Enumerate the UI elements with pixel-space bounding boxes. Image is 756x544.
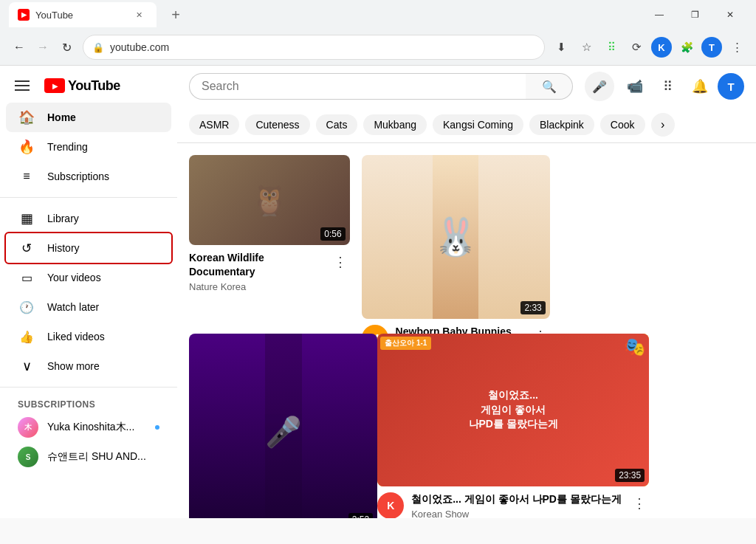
liked-videos-icon: 👍: [18, 330, 35, 344]
sidebar-item-history-label: History: [47, 242, 80, 254]
sidebar-item-liked-videos-label: Liked videos: [47, 331, 105, 342]
sidebar: YouTube 🏠 Home 🔥 Trending ≡ Subscription…: [0, 66, 177, 518]
bell-icon: 🔔: [692, 78, 708, 94]
sidebar-item-subscriptions-label: Subscriptions: [47, 171, 109, 182]
nav-buttons: ← → ↻: [9, 37, 77, 58]
chip-more-button[interactable]: ›: [651, 113, 675, 137]
video-details-korean: 철이었죠... 게임이 좋아서 나PD를 몰랐다는게 Korean Show 2…: [411, 492, 622, 518]
sidebar-item-subscriptions[interactable]: ≡ Subscriptions: [6, 162, 171, 191]
sidebar-item-trending[interactable]: 🔥 Trending: [6, 132, 171, 162]
duration-badge-korean: 23:35: [615, 469, 645, 482]
search-input[interactable]: [189, 73, 526, 100]
forward-button[interactable]: →: [32, 37, 53, 58]
video-menu-korean[interactable]: ⋮: [630, 492, 649, 518]
subscription-label-yuka: Yuka Kinoshita木...: [47, 421, 134, 434]
extensions-puzzle-icon[interactable]: 🧩: [676, 37, 697, 58]
toolbar-icons: ⬇ ☆ ⠿ ⟳ K 🧩 T ⋮: [551, 37, 747, 58]
duration-badge-partial: 0:56: [320, 227, 345, 241]
extensions-grid-icon[interactable]: ⠿: [601, 37, 622, 58]
duration-badge-kpop: 2:52: [348, 513, 373, 518]
duration-badge-bunny: 2:33: [520, 301, 545, 314]
tab-close-button[interactable]: ✕: [133, 9, 145, 21]
subscription-dot-yuka: [155, 425, 159, 430]
filter-chips-bar: ASMR Cuteness Cats Mukbang Kangsi Coming…: [177, 107, 756, 143]
close-button[interactable]: ✕: [713, 2, 747, 27]
sidebar-header: YouTube: [0, 72, 177, 100]
sidebar-item-your-videos[interactable]: ▭ Your videos: [6, 263, 171, 292]
reload-button[interactable]: ↻: [56, 37, 77, 58]
your-videos-icon: ▭: [18, 271, 35, 285]
title-bar: ▶ YouTube ✕ + — ❐ ✕: [0, 0, 756, 30]
sidebar-divider-1: [0, 197, 177, 198]
user-avatar[interactable]: T: [718, 73, 744, 100]
video-channel-korean: Korean Show: [411, 509, 622, 518]
bookmark-icon[interactable]: ☆: [576, 37, 597, 58]
mic-button[interactable]: 🎤: [585, 72, 614, 101]
sidebar-item-library[interactable]: ▦ Library: [6, 204, 171, 233]
channel-avatar-korean: K: [377, 492, 404, 518]
download-icon[interactable]: ⬇: [551, 37, 571, 58]
sidebar-divider-2: [0, 387, 177, 388]
video-title-korean: 철이었죠... 게임이 좋아서 나PD를 몰랐다는게: [411, 492, 622, 506]
video-details-partial: Korean Wildlife Documentary Nature Korea: [189, 251, 323, 292]
video-card-kpop[interactable]: 🎤 2:52 B ROSÉ - 'On The Ground' 0314 SBS…: [189, 334, 377, 518]
translate-icon[interactable]: ⟳: [626, 37, 647, 58]
history-icon: ↺: [18, 241, 35, 256]
video-menu-partial[interactable]: ⋮: [331, 251, 350, 292]
subscriptions-section-title: SUBSCRIPTIONS: [0, 393, 177, 413]
profile-T-icon[interactable]: T: [701, 37, 722, 58]
main-content-area: 🔍 🎤 📹 ⠿ 🔔 T ASMR Cutenes: [177, 66, 756, 518]
hamburger-menu-button[interactable]: [12, 78, 32, 94]
video-card-korean[interactable]: 출산오아 1-1 철이었죠...게임이 좋아서나PD를 몰랐다는게 🎭 23:3…: [377, 334, 649, 518]
subscription-avatar-shu: S: [18, 447, 38, 467]
search-button[interactable]: 🔍: [526, 73, 573, 100]
trending-icon: 🔥: [18, 139, 35, 155]
chip-mukbang[interactable]: Mukbang: [363, 114, 427, 135]
subscriptions-icon: ≡: [18, 170, 35, 183]
youtube-header: 🔍 🎤 📹 ⠿ 🔔 T: [177, 66, 756, 107]
chip-blackpink[interactable]: Blackpink: [529, 114, 594, 135]
chip-cook[interactable]: Cook: [600, 114, 645, 135]
create-video-button[interactable]: 📹: [620, 72, 650, 101]
minimize-button[interactable]: —: [642, 2, 676, 27]
sidebar-item-show-more[interactable]: ∨ Show more: [6, 351, 171, 381]
tab-favicon: ▶: [18, 9, 30, 21]
youtube-logo-icon: [44, 78, 65, 93]
sidebar-item-watch-later-label: Watch later: [47, 301, 99, 313]
new-tab-button[interactable]: +: [165, 4, 186, 25]
sidebar-item-watch-later[interactable]: 🕐 Watch later: [6, 292, 171, 322]
url-bar[interactable]: 🔒 youtube.com: [83, 35, 545, 60]
youtube-app: YouTube 🏠 Home 🔥 Trending ≡ Subscription…: [0, 66, 756, 518]
active-tab[interactable]: ▶ YouTube ✕: [9, 2, 157, 27]
thumbnail-bunny: 🐰 2:33: [362, 155, 550, 319]
videos-grid: 🦉 0:56 Korean Wildlife Documentary Natur…: [177, 143, 756, 518]
subscription-avatar-yuka: 木: [18, 417, 38, 438]
video-card-bunny[interactable]: 🐰 2:33 M Newborn Baby Bunnies Snuggle an…: [362, 155, 550, 319]
sidebar-item-history[interactable]: ↺ History: [6, 233, 171, 263]
subscription-item-yuka[interactable]: 木 Yuka Kinoshita木...: [6, 413, 171, 442]
subscription-item-shu[interactable]: S 슈앤트리 SHU AND...: [6, 442, 171, 472]
video-info-partial: Korean Wildlife Documentary Nature Korea…: [189, 251, 350, 292]
back-button[interactable]: ←: [9, 37, 30, 58]
sidebar-item-library-label: Library: [47, 213, 79, 224]
header-icons: 📹 ⠿ 🔔 T: [620, 72, 744, 101]
maximize-button[interactable]: ❐: [678, 2, 712, 27]
apps-button[interactable]: ⠿: [653, 72, 682, 101]
chip-cats[interactable]: Cats: [316, 114, 358, 135]
chip-kangsi[interactable]: Kangsi Coming: [433, 114, 523, 135]
notifications-button[interactable]: 🔔: [685, 72, 715, 101]
lock-icon: 🔒: [92, 42, 104, 53]
sidebar-item-liked-videos[interactable]: 👍 Liked videos: [6, 322, 171, 351]
sidebar-item-trending-label: Trending: [47, 141, 88, 153]
window-controls: — ❐ ✕: [642, 2, 747, 27]
profile-K-icon[interactable]: K: [651, 37, 672, 58]
url-text: youtube.com: [110, 41, 535, 53]
chip-asmr[interactable]: ASMR: [189, 114, 239, 135]
sidebar-item-home[interactable]: 🏠 Home: [6, 103, 171, 132]
chrome-menu-icon[interactable]: ⋮: [726, 37, 747, 58]
video-card-partial[interactable]: 🦉 0:56 Korean Wildlife Documentary Natur…: [189, 155, 350, 319]
address-bar: ← → ↻ 🔒 youtube.com ⬇ ☆ ⠿ ⟳ K 🧩 T ⋮: [0, 30, 756, 65]
youtube-logo[interactable]: YouTube: [44, 78, 120, 94]
search-container: 🔍: [189, 73, 573, 100]
chip-cuteness[interactable]: Cuteness: [245, 114, 309, 135]
